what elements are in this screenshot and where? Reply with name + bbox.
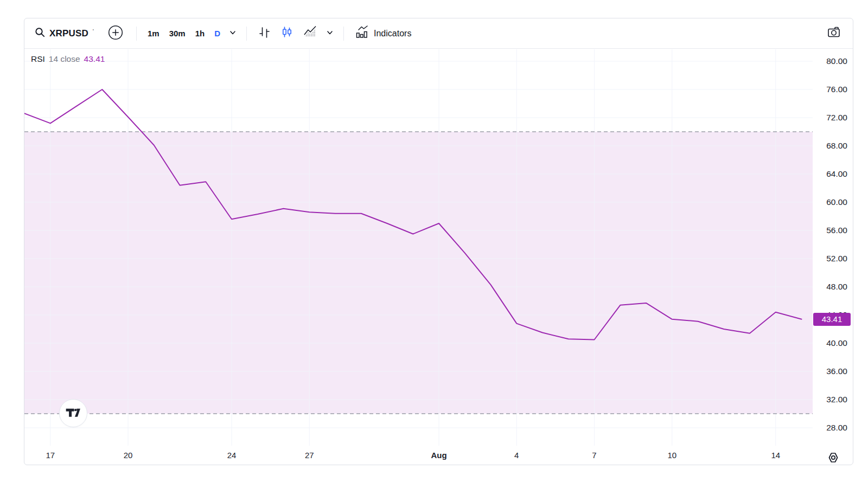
indicator-params: 14 close <box>49 54 80 64</box>
time-axis-label: 17 <box>46 449 55 461</box>
symbol-label: XRPUSD <box>49 28 88 39</box>
toolbar-separator <box>136 27 137 41</box>
interval-dropdown-button[interactable] <box>226 24 240 43</box>
interval-1h-button[interactable]: 1h <box>191 25 209 41</box>
price-axis-label: 80.00 <box>814 56 847 67</box>
price-axis-label: 60.00 <box>814 197 847 208</box>
indicator-name: RSI <box>31 54 45 64</box>
settings-gear-icon <box>826 451 840 465</box>
tradingview-logo-glyph <box>65 407 81 420</box>
price-axis-label: 40.00 <box>814 338 847 349</box>
compare-add-button[interactable] <box>104 21 127 46</box>
chart-style-candles-button[interactable] <box>276 22 298 45</box>
price-axis-label: 64.00 <box>814 169 847 179</box>
price-axis-label: 36.00 <box>814 366 847 377</box>
interval-1d-button[interactable]: D <box>210 25 225 41</box>
time-axis-label: 10 <box>667 449 676 461</box>
time-axis-label: 20 <box>124 449 133 461</box>
price-axis-label: 68.00 <box>814 140 847 151</box>
symbol-modified-mark: ˈ <box>92 28 94 35</box>
time-axis-label: Aug <box>431 449 446 461</box>
price-axis-label: 76.00 <box>814 84 847 95</box>
toolbar: XRPUSDˈ 1m 30m 1h D <box>24 18 853 49</box>
candles-style-icon <box>280 25 294 42</box>
time-axis-label: 24 <box>227 449 237 461</box>
indicator-legend[interactable]: RSI 14 close 43.41 <box>31 54 105 64</box>
price-axis-label: 28.00 <box>814 422 847 433</box>
interval-1m-button[interactable]: 1m <box>143 25 164 41</box>
toolbar-separator <box>246 27 247 41</box>
pane-settings-button[interactable] <box>826 451 840 465</box>
style-dropdown-button[interactable] <box>323 24 337 43</box>
chart-widget: XRPUSDˈ 1m 30m 1h D <box>24 18 853 465</box>
time-axis-label: 14 <box>771 449 780 461</box>
price-axis-label: 72.00 <box>814 112 847 123</box>
price-axis-label: 48.00 <box>814 281 847 292</box>
time-axis-label: 4 <box>514 449 519 461</box>
rsi-plot <box>24 49 853 465</box>
indicators-icon <box>354 25 369 42</box>
indicators-button[interactable]: Indicators <box>350 22 415 45</box>
chart-pane[interactable]: RSI 14 close 43.41 80.0076.0072.0068.006… <box>24 49 853 465</box>
price-axis-label: 52.00 <box>814 253 847 264</box>
chart-style-bars-button[interactable] <box>253 22 275 45</box>
last-price-badge: 43.41 <box>813 313 851 326</box>
search-icon <box>34 27 46 41</box>
camera-icon <box>826 25 841 42</box>
symbol-search-button[interactable]: XRPUSDˈ <box>33 23 98 44</box>
price-axis-label: 56.00 <box>814 225 847 236</box>
tradingview-logo[interactable] <box>59 399 87 427</box>
plus-circle-icon <box>107 24 124 43</box>
area-style-icon <box>303 25 318 42</box>
chevron-down-icon <box>325 28 335 40</box>
interval-30m-button[interactable]: 30m <box>165 25 190 41</box>
bars-style-icon <box>257 25 271 42</box>
time-axis-label: 27 <box>305 449 314 461</box>
time-axis-label: 7 <box>592 449 596 461</box>
snapshot-camera-button[interactable] <box>822 22 845 45</box>
indicator-value: 43.41 <box>84 54 105 64</box>
chevron-down-icon <box>228 28 238 40</box>
chart-style-area-button[interactable] <box>299 22 322 45</box>
price-axis-label: 32.00 <box>814 394 847 405</box>
indicators-label: Indicators <box>374 29 411 38</box>
toolbar-separator <box>343 27 344 41</box>
